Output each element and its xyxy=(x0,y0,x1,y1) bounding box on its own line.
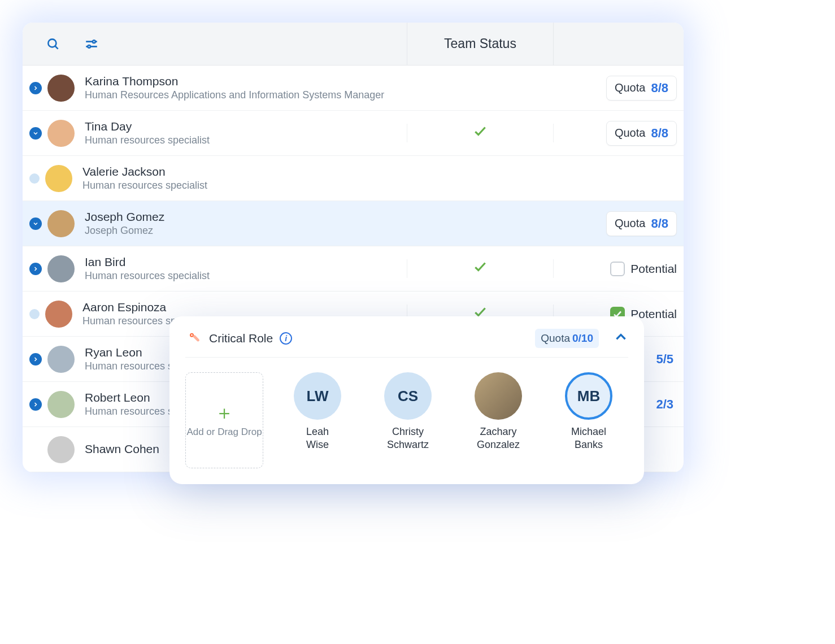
candidate-item[interactable]: LWLeahWise xyxy=(278,372,357,468)
chevron-right-icon[interactable] xyxy=(29,263,42,275)
svg-point-0 xyxy=(48,39,56,47)
svg-rect-8 xyxy=(193,334,200,342)
quota-value: 8/8 xyxy=(651,126,668,141)
collapse-icon[interactable] xyxy=(614,330,628,347)
table-row[interactable]: Tina DayHuman resources specialistQuota8… xyxy=(23,111,684,156)
person-name: Valerie Jackson xyxy=(82,165,207,179)
person-name: Shawn Cohen xyxy=(85,442,159,456)
quota-value: 8/8 xyxy=(651,216,668,231)
avatar xyxy=(47,346,75,373)
candidate-item[interactable]: ZacharyGonzalez xyxy=(459,372,538,468)
avatar-initials: CS xyxy=(384,372,432,420)
svg-line-1 xyxy=(55,46,58,49)
person-role: Human resources specialist xyxy=(85,270,210,282)
candidate-name: LeahWise xyxy=(306,425,329,451)
candidate-name: MichaelBanks xyxy=(571,425,606,451)
quota-value: 8/8 xyxy=(651,81,668,95)
search-icon[interactable] xyxy=(45,36,61,52)
quota-label: Quota xyxy=(615,81,645,94)
person-role: Human Resources Applications and Informa… xyxy=(85,89,384,101)
avatar xyxy=(47,436,75,463)
drop-label: Add or Drag Drop xyxy=(186,427,262,438)
quota-pill: Quota8/8 xyxy=(606,76,677,101)
check-icon xyxy=(473,259,488,278)
chevron-right-icon[interactable] xyxy=(29,398,42,411)
avatar xyxy=(475,372,522,420)
quota-pill: Quota8/8 xyxy=(606,121,677,146)
chevron-right-icon[interactable] xyxy=(29,82,42,94)
chevron-down-icon[interactable] xyxy=(29,217,42,230)
plus-icon: ＋ xyxy=(215,403,234,422)
quota-label: Quota xyxy=(615,217,645,230)
candidate-name: ChristySchwartz xyxy=(387,425,429,451)
add-drop-zone[interactable]: ＋ Add or Drag Drop xyxy=(185,372,263,468)
table-row[interactable]: Ian BirdHuman resources specialistPotent… xyxy=(23,246,684,291)
panel-header: Team Status xyxy=(23,23,684,66)
avatar-initials: MB xyxy=(565,372,612,420)
tree-leaf-dot xyxy=(29,173,40,184)
critical-role-popup: Critical Role i Quota0/10 ＋ Add or Drag … xyxy=(169,316,644,484)
table-row[interactable]: Valerie JacksonHuman resources specialis… xyxy=(23,156,684,201)
candidate-name: ZacharyGonzalez xyxy=(477,425,520,451)
tree-leaf-dot xyxy=(29,309,40,319)
chevron-down-icon[interactable] xyxy=(29,127,42,140)
filter-icon[interactable] xyxy=(84,36,99,52)
person-name: Tina Day xyxy=(85,120,210,133)
quota-label: Quota xyxy=(615,127,645,140)
avatar xyxy=(47,210,75,237)
person-role: Human resources specialist xyxy=(82,180,207,192)
svg-point-5 xyxy=(88,45,90,47)
quota-value: 5/5 xyxy=(656,352,677,367)
info-icon[interactable]: i xyxy=(280,332,292,345)
person-name: Joseph Gomez xyxy=(85,210,164,224)
check-icon xyxy=(473,124,488,142)
avatar xyxy=(47,120,75,147)
quota-value: 2/3 xyxy=(656,397,677,412)
key-icon xyxy=(185,330,202,347)
chevron-right-icon[interactable] xyxy=(29,353,42,365)
quota-pill: Quota8/8 xyxy=(606,211,677,236)
avatar xyxy=(45,301,72,328)
potential-checkbox[interactable] xyxy=(610,262,625,276)
candidate-item[interactable]: MBMichaelBanks xyxy=(549,372,628,468)
popup-title: Critical Role xyxy=(209,332,273,345)
team-status-header: Team Status xyxy=(407,23,554,65)
avatar xyxy=(47,391,75,418)
avatar xyxy=(47,255,75,282)
avatar-initials: LW xyxy=(294,372,341,420)
potential-label: Potential xyxy=(630,262,677,276)
person-name: Aaron Espinoza xyxy=(82,301,207,314)
avatar xyxy=(45,165,72,192)
candidate-item[interactable]: CSChristySchwartz xyxy=(368,372,447,468)
table-row[interactable]: Karina ThompsonHuman Resources Applicati… xyxy=(23,66,684,111)
person-role: Human resources specialist xyxy=(85,134,210,146)
avatar xyxy=(47,75,75,102)
popup-quota-badge: Quota0/10 xyxy=(535,329,599,348)
person-name: Karina Thompson xyxy=(85,75,384,88)
svg-point-3 xyxy=(93,40,95,43)
person-role: Joseph Gomez xyxy=(85,225,164,237)
svg-point-7 xyxy=(191,334,193,336)
table-row[interactable]: Joseph GomezJoseph GomezQuota8/8 xyxy=(23,201,684,246)
person-name: Ian Bird xyxy=(85,255,210,269)
